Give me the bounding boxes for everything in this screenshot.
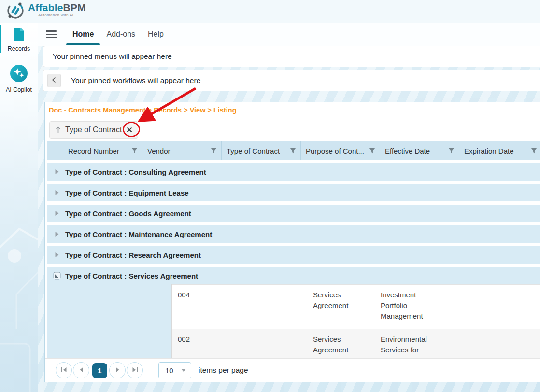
last-page-icon <box>132 366 138 375</box>
menu-bar: Home Add-ons Help <box>38 23 540 46</box>
detail-rows: 004 Services Agreement Investment Portfo… <box>171 284 540 358</box>
cell-type-of-contract: Services Agreement <box>307 285 375 329</box>
pinned-menus-bar: Your pinned menus will appear here <box>43 46 540 67</box>
page-size-dropdown[interactable]: 10 <box>158 362 191 378</box>
expand-group-icon[interactable] <box>53 252 61 258</box>
column-header-label: Vendor <box>147 147 211 155</box>
cell-purpose-of-contract: Environmental Services for <box>375 329 442 358</box>
collapse-workflows-button[interactable] <box>47 74 61 87</box>
sidebar-item-ai-copilot-label: AI Copilot <box>0 86 38 93</box>
table-row[interactable]: 004 Services Agreement Investment Portfo… <box>172 284 540 329</box>
hamburger-menu-icon[interactable] <box>46 29 57 40</box>
funnel-icon[interactable] <box>131 147 138 155</box>
records-listing-card: Doc - Contracts Management > Records > V… <box>44 102 540 382</box>
expand-group-icon[interactable] <box>53 169 61 175</box>
sparkles-icon <box>10 76 28 84</box>
document-icon <box>13 35 25 43</box>
last-page-button[interactable] <box>127 362 143 378</box>
funnel-icon[interactable] <box>448 147 455 155</box>
next-page-icon <box>115 366 120 375</box>
column-header-label: Expiration Date <box>464 147 531 155</box>
tab-home[interactable]: Home <box>66 23 100 46</box>
funnel-icon[interactable] <box>531 147 537 155</box>
group-by-bar: Type of Contract <box>45 118 540 141</box>
tab-add-ons[interactable]: Add-ons <box>100 23 142 46</box>
grid-pager: 1 10 items per page <box>45 358 540 382</box>
chevron-down-icon <box>181 369 186 372</box>
close-icon[interactable] <box>126 126 133 133</box>
page-size-value: 10 <box>165 366 173 375</box>
records-grid: Record Number Vendor Type of Contract Pu… <box>47 141 540 358</box>
chevron-left-icon <box>52 76 56 85</box>
group-row-maintenance-agreement[interactable]: Type of Contract : Maintenance Agreement <box>47 225 540 243</box>
group-row-label: Type of Contract : Equipment Lease <box>65 189 189 197</box>
expand-group-icon[interactable] <box>53 231 61 237</box>
sort-ascending-icon[interactable] <box>56 126 61 134</box>
previous-page-button[interactable] <box>73 362 89 378</box>
sidebar-item-records[interactable]: Records <box>0 23 38 52</box>
workflows-collapse-cell <box>43 70 65 91</box>
group-row-consulting-agreement[interactable]: Type of Contract : Consulting Agreement <box>47 163 540 181</box>
group-chip-label: Type of Contract <box>65 126 122 134</box>
group-indent-spacer <box>47 284 171 358</box>
pinned-workflows-bar: Your pinned workflows will appear here <box>43 70 540 91</box>
group-row-label: Type of Contract : Goods Agreement <box>65 210 191 218</box>
logo-icon <box>6 1 25 22</box>
column-header-vendor[interactable]: Vendor <box>142 141 222 160</box>
brand-name-primary: Affable <box>28 2 63 13</box>
table-row[interactable]: 002 Services Agreement Environmental Ser… <box>172 329 540 358</box>
brand-tagline: Automation with AI <box>38 13 86 17</box>
column-header-purpose-of-contract[interactable]: Purpose of Cont... <box>301 141 380 160</box>
collapse-group-icon[interactable] <box>53 272 61 280</box>
group-row-research-agreement[interactable]: Type of Contract : Research Agreement <box>47 246 540 264</box>
top-header-bar: AffableBPM Automation with AI <box>0 0 540 23</box>
column-header-label: Record Number <box>68 147 131 155</box>
left-sidebar: Records AI Copilot <box>0 23 38 392</box>
cell-type-of-contract: Services Agreement <box>307 329 375 358</box>
funnel-icon[interactable] <box>211 147 217 155</box>
column-header-effective-date[interactable]: Effective Date <box>380 141 459 160</box>
group-row-label: Type of Contract : Research Agreement <box>65 251 201 259</box>
cell-record-number: 002 <box>172 329 307 358</box>
brand-name-secondary: BPM <box>63 2 86 13</box>
column-header-expiration-date[interactable]: Expiration Date <box>459 141 540 160</box>
pinned-workflows-placeholder: Your pinned workflows will appear here <box>71 76 200 85</box>
cell-purpose-of-contract: Investment Portfolio Management <box>375 285 442 329</box>
group-chip-type-of-contract[interactable]: Type of Contract <box>49 121 138 139</box>
tab-help[interactable]: Help <box>142 23 170 46</box>
expand-group-icon[interactable] <box>53 190 61 196</box>
nav-tabs: Home Add-ons Help <box>66 23 170 46</box>
first-page-button[interactable] <box>56 362 72 378</box>
group-row-label: Type of Contract : Services Agreement <box>65 272 198 280</box>
column-header-type-of-contract[interactable]: Type of Contract <box>222 141 301 160</box>
active-indicator <box>0 25 1 53</box>
column-header-label: Effective Date <box>385 147 448 155</box>
sidebar-decorative-pattern <box>0 184 38 392</box>
next-page-button[interactable] <box>109 362 126 378</box>
pinned-menus-placeholder: Your pinned menus will appear here <box>53 52 172 61</box>
sidebar-item-ai-copilot[interactable]: AI Copilot <box>0 60 38 93</box>
previous-page-icon <box>79 366 84 375</box>
funnel-icon[interactable] <box>290 147 296 155</box>
expanded-group-detail: 004 Services Agreement Investment Portfo… <box>47 284 540 358</box>
group-row-label: Type of Contract : Maintenance Agreement <box>65 230 212 238</box>
expand-group-icon[interactable] <box>53 210 61 216</box>
group-row-goods-agreement[interactable]: Type of Contract : Goods Agreement <box>47 205 540 222</box>
brand-name: AffableBPM <box>28 2 86 13</box>
column-header-record-number[interactable]: Record Number <box>63 141 142 160</box>
sidebar-item-records-label: Records <box>0 45 38 52</box>
column-header-label: Purpose of Cont... <box>306 147 369 155</box>
breadcrumb: Doc - Contracts Management > Records > V… <box>45 102 540 118</box>
app-logo: AffableBPM Automation with AI <box>6 1 86 22</box>
grid-header-row: Record Number Vendor Type of Contract Pu… <box>47 141 540 160</box>
current-page-button[interactable]: 1 <box>92 363 107 378</box>
group-row-services-agreement[interactable]: Type of Contract : Services Agreement <box>47 267 540 284</box>
items-per-page-label: items per page <box>199 366 248 375</box>
group-row-equipment-lease[interactable]: Type of Contract : Equipment Lease <box>47 184 540 201</box>
group-row-label: Type of Contract : Consulting Agreement <box>65 168 206 176</box>
first-page-icon <box>61 366 67 375</box>
column-header-label: Type of Contract <box>227 147 290 155</box>
grid-header-expand-column <box>47 141 63 160</box>
funnel-icon[interactable] <box>369 147 375 155</box>
cell-record-number: 004 <box>172 285 307 329</box>
